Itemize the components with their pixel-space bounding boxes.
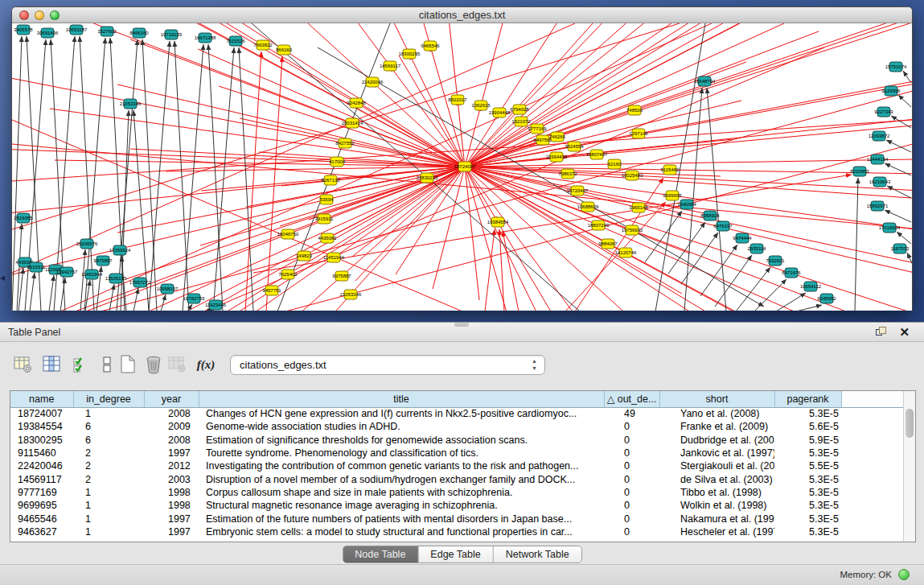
- table-cell[interactable]: Wolkin et al. (1998): [659, 499, 774, 512]
- table-cell[interactable]: Genome-wide association studies in ADHD.: [199, 420, 604, 433]
- table-cell[interactable]: Yano et al. (2008): [659, 407, 774, 420]
- graph-node[interactable]: 748500: [626, 105, 643, 115]
- graph-edge[interactable]: [12, 180, 331, 262]
- graph-node[interactable]: 12093872: [869, 131, 890, 141]
- graph-edge[interactable]: [557, 23, 912, 137]
- graph-node[interactable]: 15892971: [867, 201, 889, 211]
- network-canvas[interactable]: 1872400792428482803141484275524170048267…: [12, 23, 912, 311]
- table-cell[interactable]: 5.3E-5: [774, 525, 841, 538]
- graph-edge[interactable]: [639, 23, 912, 134]
- graph-node[interactable]: 15751074: [885, 62, 907, 72]
- graph-edge[interactable]: [898, 95, 911, 107]
- graph-node[interactable]: 14569117: [380, 61, 401, 71]
- table-cell[interactable]: Jankovic et al. (1997): [659, 447, 774, 459]
- table-cell[interactable]: 9465546: [10, 512, 73, 525]
- table-cell[interactable]: Franke et al. (2009): [659, 420, 774, 433]
- table-cell[interactable]: 1: [73, 407, 144, 420]
- table-cell[interactable]: Investigating the contribution of common…: [199, 459, 604, 472]
- table-cell[interactable]: 5.6E-5: [774, 420, 841, 433]
- table-cell[interactable]: 49: [604, 407, 659, 420]
- table-cell[interactable]: Tibbo et al. (1998): [659, 486, 774, 499]
- graph-node[interactable]: 7625402: [278, 270, 298, 279]
- column-header-title[interactable]: title: [199, 391, 604, 407]
- graph-node[interactable]: 8466160: [129, 28, 149, 38]
- graph-node[interactable]: 22420046: [362, 77, 384, 87]
- table-cell[interactable]: 0: [604, 434, 659, 447]
- graph-edge[interactable]: [133, 288, 138, 311]
- graph-node[interactable]: 30691406: [37, 28, 59, 38]
- graph-node[interactable]: 12444194: [867, 154, 889, 164]
- graph-edge[interactable]: [198, 49, 465, 167]
- graph-node[interactable]: 9457751: [262, 286, 281, 295]
- graph-node[interactable]: 6794028: [510, 105, 529, 114]
- table-row[interactable]: 1938455462009Genome-wide association stu…: [10, 420, 905, 433]
- table-cell[interactable]: 2008: [144, 407, 199, 420]
- graph-node[interactable]: 8215953: [850, 167, 869, 176]
- function-builder-icon[interactable]: f(x): [193, 353, 219, 376]
- table-cell[interactable]: 2008: [144, 434, 199, 447]
- table-row[interactable]: 1830029562008Estimation of significance …: [10, 434, 905, 447]
- table-row[interactable]: 969969511998Structural magnetic resonanc…: [10, 499, 905, 512]
- table-cell[interactable]: Corpus callosum shape and size in male p…: [199, 486, 604, 499]
- table-cell[interactable]: 1998: [144, 486, 199, 499]
- graph-node[interactable]: 149823: [296, 251, 313, 261]
- table-cell[interactable]: 9699695: [10, 499, 73, 512]
- table-cell[interactable]: Changes of HCN gene expression and I(f) …: [199, 407, 604, 420]
- table-cell[interactable]: de Silva et al. (2003): [659, 472, 774, 485]
- table-cell[interactable]: 0: [604, 499, 659, 512]
- table-cell[interactable]: Embryonic stem cells: a model to study s…: [199, 525, 604, 538]
- row-height-icon[interactable]: [97, 353, 117, 376]
- table-cell[interactable]: 1: [73, 525, 144, 538]
- graph-node[interactable]: 10719155: [161, 30, 183, 39]
- graph-edge[interactable]: [885, 210, 911, 222]
- graph-edge[interactable]: [465, 113, 499, 167]
- new-document-icon[interactable]: [117, 353, 138, 376]
- graph-edge[interactable]: [556, 99, 912, 157]
- table-cell[interactable]: Stergiakouli et al. (2012): [659, 459, 774, 472]
- table-cell[interactable]: 0: [604, 420, 659, 433]
- table-cell[interactable]: 5.3E-5: [774, 486, 841, 499]
- graph-node[interactable]: 10958107: [157, 284, 179, 294]
- tab-network-table[interactable]: Network Table: [494, 546, 581, 562]
- graph-node[interactable]: 3624554: [565, 142, 584, 151]
- graph-node[interactable]: 9129996: [881, 86, 901, 96]
- graph-node[interactable]: 8471676: [782, 268, 801, 278]
- table-cell[interactable]: 0: [604, 459, 659, 472]
- graph-edge[interactable]: [49, 275, 54, 311]
- graph-edge[interactable]: [318, 47, 764, 307]
- graph-node[interactable]: 8267130: [321, 175, 340, 185]
- table-cell[interactable]: 2: [73, 447, 144, 459]
- graph-node[interactable]: 1621072: [511, 117, 531, 126]
- table-cell[interactable]: 2009: [144, 420, 199, 433]
- table-cell[interactable]: 2: [73, 459, 144, 472]
- table-cell[interactable]: 22420046: [10, 459, 73, 472]
- tab-node-table[interactable]: Node Table: [343, 546, 418, 562]
- table-scrollbar-thumb[interactable]: [906, 409, 914, 438]
- graph-edge[interactable]: [117, 39, 138, 311]
- float-panel-icon[interactable]: [876, 327, 887, 338]
- table-row[interactable]: 946554611997Estimation of the future num…: [10, 512, 905, 525]
- table-cell[interactable]: 2012: [144, 459, 199, 472]
- network-window-titlebar[interactable]: citations_edges.txt: [12, 7, 912, 23]
- trash-icon[interactable]: [143, 353, 164, 376]
- collapse-panel-arrow-icon[interactable]: ◀: [0, 274, 5, 282]
- graph-node[interactable]: 16671388: [195, 33, 216, 43]
- graph-edge[interactable]: [205, 47, 824, 311]
- graph-node[interactable]: 3915911: [27, 262, 47, 272]
- table-row[interactable]: 1456911722003Disruption of a novel membe…: [10, 472, 905, 485]
- graph-node[interactable]: 2935114: [748, 244, 767, 253]
- table-cell[interactable]: 18724007: [10, 407, 73, 420]
- graph-node[interactable]: 9465546: [421, 41, 440, 51]
- close-window-button[interactable]: [19, 10, 29, 20]
- column-header-year[interactable]: year: [144, 391, 199, 407]
- table-settings-icon[interactable]: [13, 353, 34, 376]
- graph-edge[interactable]: [288, 167, 465, 234]
- graph-node[interactable]: 3915911: [315, 214, 335, 224]
- table-cell[interactable]: 6: [73, 420, 144, 433]
- graph-node[interactable]: 1527602: [97, 27, 117, 36]
- table-cell[interactable]: Dudbridge et al. (2008): [659, 434, 774, 447]
- graph-edge[interactable]: [213, 47, 234, 311]
- graph-edge[interactable]: [239, 47, 253, 311]
- table-cell[interactable]: 1997: [144, 512, 199, 525]
- table-cell[interactable]: Estimation of significance thresholds fo…: [199, 434, 604, 447]
